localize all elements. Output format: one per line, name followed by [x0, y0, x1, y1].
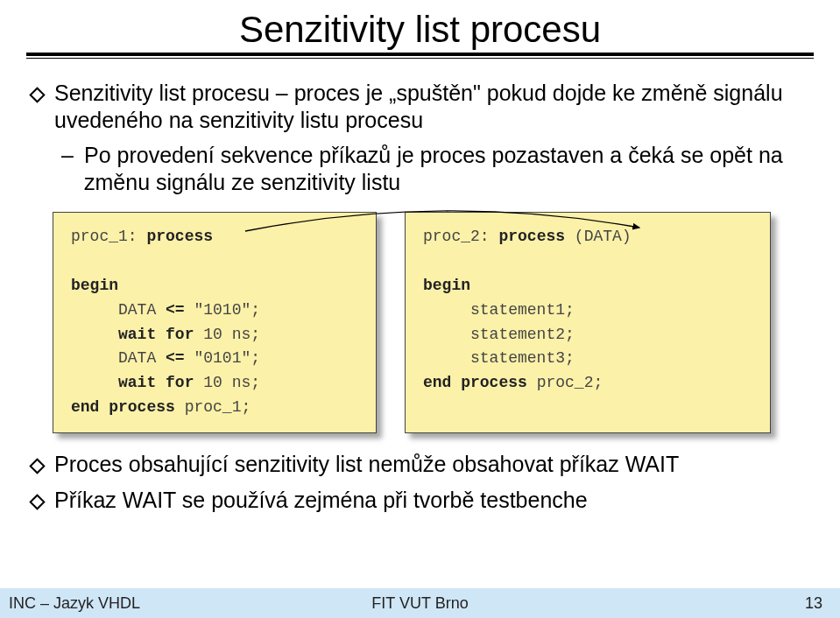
code-box-left: proc_1: process begin DATA <= "1010"; wa…: [53, 212, 377, 433]
footer-left: INC – Jazyk VHDL: [9, 594, 140, 613]
code-boxes-row: proc_1: process begin DATA <= "1010"; wa…: [53, 212, 814, 433]
slide-footer: INC – Jazyk VHDL FIT VUT Brno 13: [0, 588, 840, 618]
code-box-right: proc_2: process (DATA) begin statement1;…: [405, 212, 771, 433]
footer-page-number: 13: [805, 594, 822, 613]
bullet-1-text: Senzitivity list procesu – proces je „sp…: [54, 81, 783, 132]
bullet-3: Příkaz WAIT se používá zejména při tvorb…: [32, 487, 814, 514]
bullet-1: Senzitivity list procesu – proces je „sp…: [32, 80, 814, 196]
slide-title: Senzitivity list procesu: [26, 9, 814, 51]
divider-thick: [26, 53, 814, 56]
divider-thin: [26, 58, 814, 59]
sub-bullet-1: Po provedení sekvence příkazů je proces …: [61, 142, 814, 197]
bullet-2: Proces obsahující senzitivity list nemůž…: [32, 451, 814, 478]
